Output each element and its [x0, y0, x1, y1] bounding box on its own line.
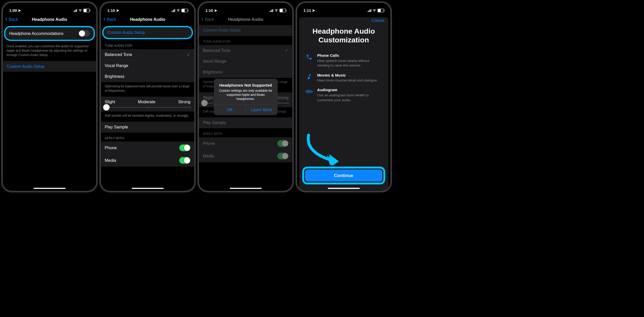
back-label: Back	[107, 17, 116, 22]
brightness-label: Brightness	[105, 74, 124, 79]
feature-title: Audiogram	[317, 88, 382, 92]
custom-audio-setup-row[interactable]: Custom Audio Setup	[3, 61, 96, 72]
custom-audio-setup-row[interactable]: Custom Audio Setup	[103, 27, 192, 38]
chevron-left-icon	[103, 17, 106, 22]
balanced-label: Balanced Tone	[105, 52, 132, 57]
headphone-accommodations-row[interactable]: Headphone Accommodations	[5, 27, 94, 40]
alert-title: Headphones Not Supported	[217, 83, 274, 87]
arrow-annotation-icon	[304, 134, 345, 165]
time: 1:11	[303, 8, 311, 13]
highlight-annotation: Continue	[302, 167, 385, 184]
check-icon: ✓	[187, 52, 190, 57]
feature-title: Phone Calls	[317, 53, 382, 58]
time: 1:09	[9, 8, 17, 13]
phone-label: Phone	[105, 145, 117, 150]
phone-icon	[305, 53, 313, 61]
location-icon: ➤	[312, 8, 315, 13]
slider-labels: Slight Moderate Strong	[105, 100, 190, 105]
tune-footer: Optimizing for balanced tone will provid…	[101, 82, 194, 97]
apply-header: APPLY WITH:	[101, 133, 194, 142]
chevron-left-icon	[5, 17, 8, 22]
home-indicator[interactable]	[34, 188, 66, 189]
phone-1: 1:09 ➤ Back Headphone Audio Headphone Ac…	[1, 1, 98, 192]
cancel-button[interactable]: Cancel	[372, 18, 384, 23]
alert-learn-more-button[interactable]: Learn More	[246, 104, 278, 115]
alert-overlay: Headphones Not Supported Custom settings…	[199, 3, 292, 191]
brightness-row[interactable]: Brightness	[101, 71, 194, 82]
back-label: Back	[9, 17, 18, 22]
phone-3: 1:10 ➤ Back Headphone Audio Custom Audio…	[198, 1, 294, 192]
accommodations-label: Headphone Accommodations	[9, 31, 64, 36]
vocal-label: Vocal Range	[105, 63, 128, 68]
alert-ok-button[interactable]: OK	[214, 104, 246, 115]
phone-4: 1:11 ➤ Cancel Headphone Audio Customizat…	[296, 1, 392, 192]
signal-icon	[368, 9, 371, 12]
battery-icon	[378, 9, 384, 12]
sheet: Cancel Headphone Audio Customization Pho…	[299, 17, 389, 191]
boost-slider[interactable]	[105, 107, 190, 108]
sheet-nav: Cancel	[299, 17, 389, 24]
page-title: Headphone Audio	[130, 17, 165, 22]
feature-desc: Hear more musical detail and dialogue.	[317, 78, 382, 83]
signal-icon	[172, 9, 175, 12]
strong-label: Strong	[178, 100, 190, 105]
media-toggle[interactable]	[179, 157, 190, 164]
custom-setup-label: Custom Audio Setup	[107, 30, 145, 35]
highlight-annotation: Headphone Accommodations	[4, 26, 95, 41]
location-icon: ➤	[116, 8, 119, 13]
media-label: Media	[105, 158, 116, 163]
feature-title: Movies & Music	[317, 73, 382, 77]
nav-bar: Back Headphone Audio	[3, 15, 96, 25]
signal-icon	[74, 9, 77, 12]
music-note-icon	[305, 73, 313, 81]
alert-message: Custom settings are only available for s…	[217, 88, 274, 101]
highlight-annotation: Custom Audio Setup	[102, 26, 193, 39]
wifi-icon	[372, 8, 376, 13]
continue-button[interactable]: Continue	[305, 170, 382, 182]
battery-icon	[83, 9, 90, 12]
boost-slider-row: Slight Moderate Strong	[101, 97, 194, 111]
home-indicator[interactable]	[328, 188, 360, 189]
page-title: Headphone Audio	[32, 17, 67, 22]
notch	[125, 3, 170, 10]
feature-desc: Use an audiogram from Health to customiz…	[317, 93, 382, 102]
battery-icon	[182, 9, 188, 12]
accommodations-footer: Once enabled, you can customize the audi…	[3, 42, 96, 61]
phone-2: 1:10 ➤ Back Headphone Audio Custom Audio…	[99, 1, 196, 192]
nav-bar: Back Headphone Audio	[101, 15, 194, 25]
feature-desc: Hear speech more clearly without needing…	[317, 58, 382, 68]
sheet-title: Headphone Audio Customization	[299, 24, 389, 51]
tune-header: TUNE AUDIO FOR:	[101, 40, 194, 49]
feature-movies-music: Movies & Music Hear more musical detail …	[299, 70, 389, 85]
alert-dialog: Headphones Not Supported Custom settings…	[214, 79, 278, 115]
custom-setup-label: Custom Audio Setup	[7, 64, 44, 69]
back-button[interactable]: Back	[5, 17, 18, 22]
notch	[321, 3, 366, 10]
back-button[interactable]: Back	[103, 17, 116, 22]
moderate-label: Moderate	[138, 100, 155, 105]
time: 1:10	[107, 8, 115, 13]
apply-phone-row[interactable]: Phone	[101, 142, 194, 154]
play-sample-row[interactable]: Play Sample	[101, 122, 194, 133]
home-indicator[interactable]	[132, 188, 164, 189]
notch	[223, 3, 268, 10]
feature-phone-calls: Phone Calls Hear speech more clearly wit…	[299, 51, 389, 70]
notch	[27, 3, 72, 10]
wifi-icon	[176, 8, 180, 13]
phone-toggle[interactable]	[179, 144, 190, 151]
accommodations-toggle[interactable]	[79, 30, 90, 37]
slider-thumb[interactable]	[103, 104, 110, 110]
wifi-icon	[78, 8, 82, 13]
vocal-range-row[interactable]: Vocal Range	[101, 60, 194, 71]
apply-media-row[interactable]: Media	[101, 154, 194, 166]
location-icon: ➤	[18, 8, 21, 13]
waveform-icon	[305, 88, 313, 96]
slider-footer: Soft sounds will be boosted slightly, mo…	[101, 111, 194, 122]
play-sample-label: Play Sample	[105, 125, 128, 129]
slight-label: Slight	[105, 100, 115, 105]
balanced-tone-row[interactable]: Balanced Tone✓	[101, 49, 194, 60]
feature-audiogram: Audiogram Use an audiogram from Health t…	[299, 85, 389, 105]
